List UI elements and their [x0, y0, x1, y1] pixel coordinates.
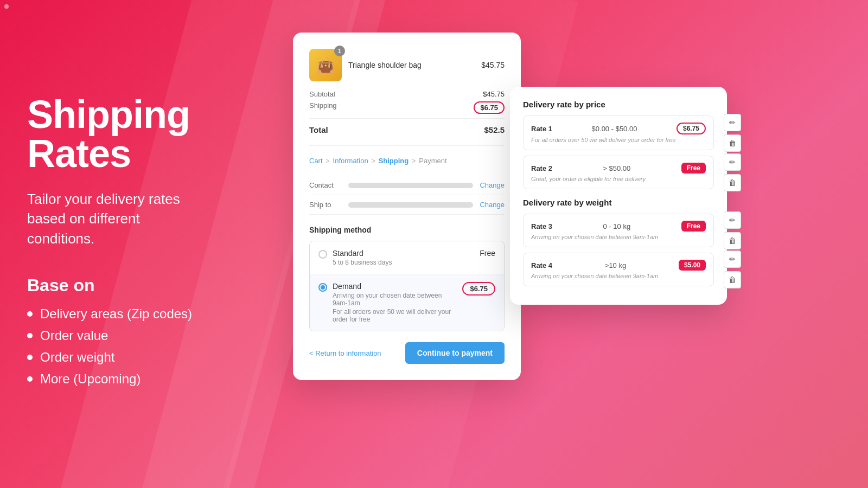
breadcrumb-sep-3: >	[412, 157, 416, 165]
breadcrumb: Cart > Information > Shipping > Payment	[309, 157, 505, 165]
rate-3-header: Rate 3 0 - 10 kg Free	[531, 221, 706, 232]
card-footer: < Return to information Continue to paym…	[309, 342, 505, 364]
bullet-list: Delivery areas (Zip codes) Order value O…	[27, 306, 244, 393]
contact-label: Contact	[309, 181, 342, 189]
breadcrumb-sep-2: >	[372, 157, 375, 165]
rate-4-price: $5.00	[679, 260, 706, 271]
subtotal-row: Subtotal $45.75	[309, 90, 505, 98]
rate-3-edit-btn[interactable]: ✏	[724, 211, 741, 229]
rates-card: Delivery rate by price Rate 1 $0.00 - $5…	[510, 87, 727, 305]
shipto-row: Ship to Change	[309, 195, 505, 215]
product-price: $45.75	[481, 61, 505, 69]
bullet-dot-1	[27, 311, 33, 317]
rate-3-actions: ✏ 🗑	[724, 211, 741, 249]
left-panel: Shipping Rates Tailor your delivery rate…	[0, 0, 271, 488]
rate-3-delete-btn[interactable]: 🗑	[724, 232, 741, 249]
radio-demand[interactable]	[318, 283, 327, 292]
rate-item-4: Rate 4 >10 kg $5.00 Arriving on your cho…	[523, 253, 714, 286]
rate-4-header: Rate 4 >10 kg $5.00	[531, 260, 706, 271]
rate-3-price: Free	[681, 221, 706, 232]
bullet-dot-2	[27, 333, 33, 338]
product-image-wrap: 👜 1	[309, 49, 342, 81]
rate-item-2: Rate 2 > $50.00 Free Great, your order i…	[523, 156, 714, 189]
rate-4-delete-btn[interactable]: 🗑	[724, 271, 741, 288]
continue-btn[interactable]: Continue to payment	[405, 342, 505, 364]
total-row: Total $52.5	[309, 118, 505, 134]
product-badge: 1	[334, 46, 345, 56]
rate-4-actions: ✏ 🗑	[724, 251, 741, 288]
rate-1-delete-btn[interactable]: 🗑	[724, 134, 741, 152]
shipping-demand-price: $6.75	[462, 282, 495, 296]
breadcrumb-shipping[interactable]: Shipping	[379, 157, 409, 165]
shipto-label: Ship to	[309, 201, 342, 209]
shipping-demand-content: Demand Arriving on your chosen date betw…	[333, 282, 457, 323]
shipping-option-standard[interactable]: Standard 5 to 8 business days Free	[310, 241, 504, 274]
total-value: $52.5	[484, 125, 505, 134]
product-row: 👜 1 Triangle shoulder bag $45.75	[309, 49, 505, 81]
shipping-demand-desc2: For all orders over 50 we will deliver y…	[333, 308, 457, 323]
shipping-method-title: Shipping method	[309, 226, 505, 234]
bullet-item-3: Order weight	[27, 350, 244, 365]
bullet-item-1: Delivery areas (Zip codes)	[27, 306, 244, 322]
radio-demand-inner	[321, 285, 325, 290]
rate-2-edit-btn[interactable]: ✏	[724, 153, 741, 171]
rate-3-desc: Arriving on your chosen date between 9am…	[531, 234, 706, 240]
rates-by-weight-title: Delivery rate by weight	[523, 198, 714, 207]
shipping-option-demand[interactable]: Demand Arriving on your chosen date betw…	[310, 274, 504, 331]
product-name: Triangle shoulder bag	[348, 61, 475, 69]
bullet-item-4: More (Upcoming)	[27, 371, 244, 387]
rate-2-delete-btn[interactable]: 🗑	[724, 174, 741, 191]
contact-bar	[348, 183, 473, 188]
shipping-standard-name: Standard	[333, 249, 474, 258]
radio-standard[interactable]	[318, 250, 327, 259]
order-summary-section: 👜 1 Triangle shoulder bag $45.75 Subtota…	[309, 49, 505, 146]
breadcrumb-information[interactable]: Information	[333, 157, 368, 165]
rate-2-range: > $50.00	[603, 164, 630, 172]
rate-1-edit-btn[interactable]: ✏	[724, 114, 741, 131]
subtitle: Tailor your delivery ratesbased on diffe…	[27, 189, 244, 248]
rate-item-3: Rate 3 0 - 10 kg Free Arriving on your c…	[523, 214, 714, 247]
rate-4-range: >10 kg	[605, 261, 626, 269]
rate-3-name: Rate 3	[531, 222, 552, 230]
shipping-standard-content: Standard 5 to 8 business days	[333, 249, 474, 266]
total-label: Total	[309, 125, 328, 134]
contact-row: Contact Change	[309, 176, 505, 195]
rate-item-1: Rate 1 $0.00 - $50.00 $6.75 For all orde…	[523, 115, 714, 150]
rate-1-header: Rate 1 $0.00 - $50.00 $6.75	[531, 123, 706, 134]
rate-2-name: Rate 2	[531, 164, 552, 172]
rate-4-desc: Arriving on your chosen date between 9am…	[531, 273, 706, 279]
bullet-dot-4	[27, 376, 33, 382]
rate-1-desc: For all orders over 50 we will deliver y…	[531, 137, 706, 143]
breadcrumb-sep-1: >	[326, 157, 330, 165]
shipping-demand-desc1: Arriving on your chosen date between 9am…	[333, 292, 457, 307]
rate-3-range: 0 - 10 kg	[603, 222, 631, 230]
shipping-demand-name: Demand	[333, 282, 457, 291]
shipping-value: $6.75	[474, 101, 505, 114]
bullet-dot-3	[27, 355, 33, 360]
rate-1-range: $0.00 - $50.00	[592, 125, 637, 133]
rate-2-desc: Great, your order is eligible for free d…	[531, 176, 706, 182]
shipto-change[interactable]: Change	[480, 201, 505, 209]
rate-1-price: $6.75	[676, 123, 706, 134]
shipping-methods: Standard 5 to 8 business days Free Deman…	[309, 241, 505, 331]
breadcrumb-cart[interactable]: Cart	[309, 157, 323, 165]
rate-4-edit-btn[interactable]: ✏	[724, 251, 741, 268]
rate-2-price: Free	[681, 163, 706, 174]
shipto-bar	[348, 202, 473, 208]
base-on-title: Base on	[27, 275, 244, 296]
shipping-standard-desc: 5 to 8 business days	[333, 259, 474, 266]
rate-2-header: Rate 2 > $50.00 Free	[531, 163, 706, 174]
checkout-card: 👜 1 Triangle shoulder bag $45.75 Subtota…	[293, 33, 521, 380]
rates-by-price-title: Delivery rate by price	[523, 100, 714, 109]
shipping-standard-price: Free	[480, 249, 495, 258]
rate-2-actions: ✏ 🗑	[724, 153, 741, 191]
contact-change[interactable]: Change	[480, 181, 505, 189]
return-link[interactable]: < Return to information	[309, 349, 381, 357]
cards-area: 👜 1 Triangle shoulder bag $45.75 Subtota…	[293, 33, 857, 477]
rate-1-actions: ✏ 🗑	[724, 114, 741, 152]
product-emoji: 👜	[316, 56, 335, 74]
shipping-row: Shipping $6.75	[309, 101, 505, 114]
main-title: Shipping Rates	[27, 95, 244, 173]
breadcrumb-payment: Payment	[419, 157, 446, 165]
rate-4-name: Rate 4	[531, 261, 552, 269]
